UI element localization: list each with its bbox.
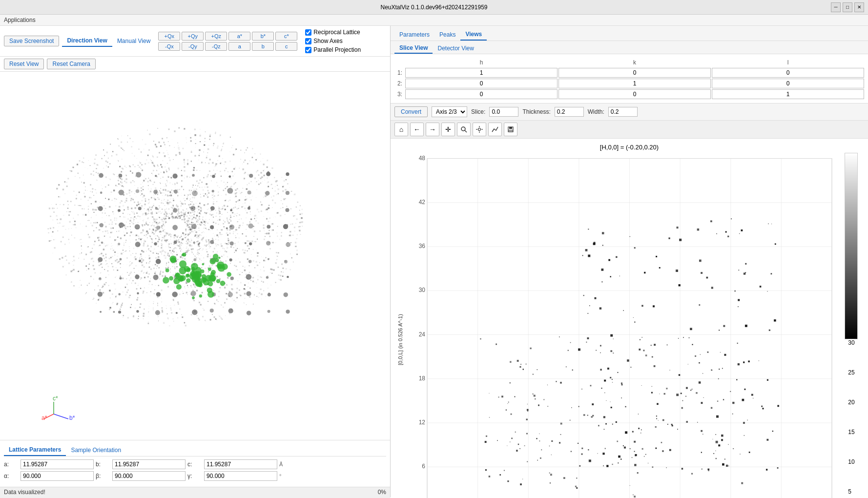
svg-rect-222 — [515, 432, 516, 433]
svg-rect-133 — [547, 385, 548, 385]
axis-select[interactable]: Axis 2/3 Axis 1/3 Axis 1/2 — [432, 106, 467, 117]
svg-rect-122 — [667, 344, 668, 345]
line-tool-btn[interactable] — [488, 123, 502, 136]
pos-bstar-btn[interactable]: b* — [252, 32, 274, 41]
pos-cstar-btn[interactable]: c* — [275, 32, 297, 41]
gamma-input[interactable] — [204, 471, 277, 481]
beta-input[interactable] — [112, 471, 186, 481]
save-tool-btn[interactable] — [504, 123, 517, 136]
svg-rect-262 — [605, 423, 607, 425]
svg-rect-267 — [699, 304, 700, 306]
pos-qz-btn[interactable]: +Qz — [205, 32, 227, 41]
c-input[interactable] — [204, 459, 277, 469]
row2-h-input[interactable] — [405, 79, 558, 88]
applications-menu[interactable]: Applications — [4, 17, 36, 23]
row3-l-input[interactable] — [712, 89, 864, 99]
direction-view-tab-btn[interactable]: Direction View — [62, 35, 112, 47]
b-input[interactable] — [112, 459, 186, 469]
parallel-projection-checkbox[interactable] — [305, 47, 311, 53]
pos-qx-btn[interactable]: +Qx — [158, 32, 180, 41]
svg-rect-183 — [666, 467, 667, 468]
scatter-plot-canvas[interactable] — [0, 72, 390, 440]
reset-camera-button[interactable]: Reset Camera — [47, 59, 95, 69]
h-col-header: h — [405, 58, 558, 67]
slice-view-tab[interactable]: Slice View — [394, 43, 433, 54]
svg-rect-127 — [530, 348, 531, 349]
a-input[interactable] — [21, 459, 94, 469]
neg-qx-btn[interactable]: -Qx — [158, 42, 180, 51]
manual-view-tab-btn[interactable]: Manual View — [112, 36, 155, 46]
alpha-input[interactable] — [21, 471, 94, 481]
restore-button[interactable]: □ — [843, 2, 852, 12]
svg-rect-395 — [582, 255, 583, 256]
svg-rect-100 — [520, 483, 522, 485]
3d-viewport[interactable]: a* b* c* — [0, 72, 390, 440]
svg-rect-201 — [581, 454, 582, 455]
settings-tool-btn[interactable] — [473, 123, 486, 136]
home-tool-btn[interactable]: ⌂ — [394, 123, 408, 136]
reciprocal-lattice-checkbox[interactable] — [305, 29, 311, 36]
sample-orientation-tab[interactable]: Sample Orientation — [66, 444, 126, 456]
detector-view-tab[interactable]: Detector View — [433, 43, 478, 54]
axis-svg: a* b* c* — [39, 394, 78, 424]
svg-rect-322 — [774, 319, 776, 321]
svg-rect-95 — [586, 342, 587, 343]
lattice-parameters-tab[interactable]: Lattice Parameters — [4, 444, 66, 456]
convert-button[interactable]: Convert — [394, 106, 428, 117]
plot-svg[interactable]: -15-10-505101520250612182430364248 — [405, 153, 837, 498]
svg-rect-212 — [642, 448, 643, 450]
save-screenshot-button[interactable]: Save Screenshot — [4, 36, 59, 46]
row3-h-input[interactable] — [405, 89, 558, 99]
slice-input[interactable] — [489, 107, 518, 117]
svg-rect-250 — [556, 381, 557, 382]
row1-h-input[interactable] — [405, 68, 558, 78]
show-axes-checkbox[interactable] — [305, 38, 311, 44]
neg-b-btn[interactable]: b — [252, 42, 274, 51]
svg-rect-110 — [692, 389, 693, 390]
status-bar: Data visualized! 0% — [0, 487, 390, 497]
close-button[interactable]: ✕ — [854, 2, 864, 12]
pos-qy-btn[interactable]: +Qy — [182, 32, 204, 41]
window-title: NeuXtalViz 0.1.0.dev96+d202412291959 — [381, 4, 488, 11]
minimize-button[interactable]: ─ — [831, 2, 841, 12]
svg-rect-335 — [583, 295, 584, 296]
row2-k-input[interactable] — [558, 79, 711, 88]
svg-rect-135 — [527, 409, 529, 411]
svg-rect-179 — [519, 366, 521, 368]
width-input[interactable] — [608, 107, 638, 117]
row1-l-input[interactable] — [712, 68, 864, 78]
back-tool-btn[interactable]: ← — [410, 123, 424, 136]
views-tab[interactable]: Views — [460, 29, 487, 41]
pos-astar-btn[interactable]: a* — [228, 32, 250, 41]
direction-buttons: +Qx +Qy +Qz a* b* c* -Qx -Qy -Qz a b c — [158, 32, 297, 51]
svg-rect-297 — [602, 245, 603, 246]
pan-tool-btn[interactable]: ✛ — [441, 123, 455, 136]
svg-rect-319 — [716, 415, 719, 418]
svg-rect-377 — [634, 441, 636, 443]
neg-qy-btn[interactable]: -Qy — [182, 42, 204, 51]
svg-rect-245 — [538, 405, 539, 406]
svg-rect-196 — [708, 470, 709, 471]
neg-c-btn[interactable]: c — [275, 42, 297, 51]
svg-rect-370 — [653, 305, 655, 307]
neg-qz-btn[interactable]: -Qz — [205, 42, 227, 51]
svg-rect-157 — [681, 407, 683, 409]
zoom-tool-btn[interactable] — [457, 123, 471, 136]
row3-k-input[interactable] — [558, 89, 711, 99]
reset-view-button[interactable]: Reset View — [4, 59, 44, 69]
forward-tool-btn[interactable]: → — [426, 123, 439, 136]
svg-text:30: 30 — [419, 287, 426, 293]
row2-l-input[interactable] — [712, 79, 864, 88]
svg-rect-363 — [679, 374, 680, 375]
peaks-tab[interactable]: Peaks — [434, 29, 460, 41]
svg-rect-57 — [610, 377, 611, 378]
neg-a-btn[interactable]: a — [228, 42, 250, 51]
parameters-tab[interactable]: Parameters — [394, 29, 434, 41]
svg-rect-355 — [777, 405, 779, 407]
svg-rect-276 — [721, 435, 723, 436]
row1-k-input[interactable] — [558, 68, 711, 78]
thickness-input[interactable] — [555, 107, 584, 117]
svg-rect-287 — [692, 344, 693, 345]
svg-rect-387 — [604, 380, 606, 382]
checkboxes-group: Reciprocal Lattice Show Axes Parallel Pr… — [305, 29, 361, 53]
